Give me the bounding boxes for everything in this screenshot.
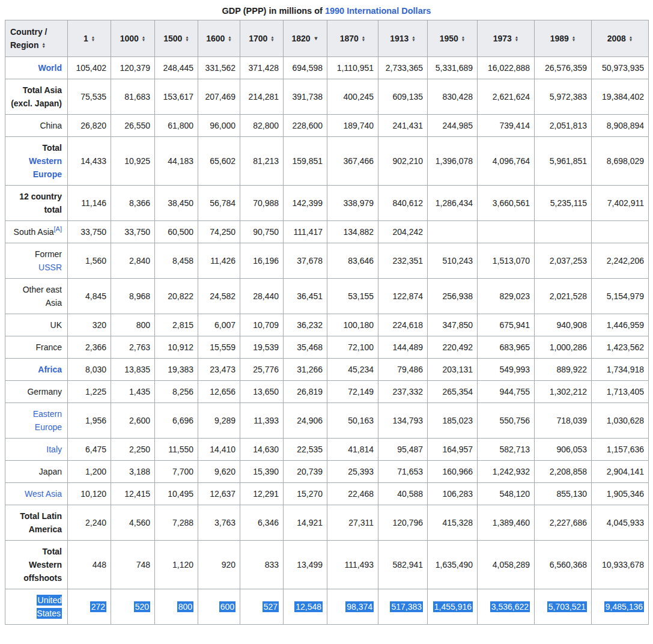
row-label-text: China [40,121,62,130]
cell-value: 609,135 [392,92,423,102]
cell-value: 19,383 [168,365,193,374]
table-row-china: China26,82026,55061,80096,00082,800228,6… [5,115,649,137]
cell-value: 2,240 [85,518,106,527]
column-label: 2008 [607,34,626,43]
column-label: 1913 [390,34,409,43]
cell-total-western-europe-1950: 1,396,078 [428,137,478,186]
row-link-world[interactable]: World [38,63,62,73]
cell-former-ussr-1820: 37,678 [284,243,327,279]
column-header-1973[interactable]: 1973▲▼ [478,20,535,57]
column-header-1870[interactable]: 1870▲▼ [327,20,378,57]
column-header-1500[interactable]: 1500▲▼ [155,20,198,57]
cell-france-1913: 144,489 [378,336,428,359]
cell-value: 1,956 [85,416,106,425]
row-label-text: 12 country total [19,192,62,214]
cell-value: 224,618 [392,320,423,330]
cell-total-western-europe-1: 14,433 [68,137,111,186]
cell-twelve-country-total-1: 11,146 [68,186,111,221]
sort-both-icon: ▲▼ [629,35,633,42]
row-link-italy[interactable]: Italy [46,445,62,454]
cell-value: 56,784 [210,198,235,208]
column-header-2008[interactable]: 2008▲▼ [592,20,649,57]
cell-value: 10,912 [168,342,193,352]
cell-value: 142,399 [292,198,323,208]
cell-china-1950: 244,985 [428,115,478,137]
cell-united-states-1700: 527 [240,589,284,625]
cell-eastern-europe-1973: 550,756 [478,403,535,439]
cell-value: 204,242 [392,227,423,237]
cell-value: 2,250 [129,445,150,454]
column-header-1913[interactable]: 1913▲▼ [378,20,428,57]
column-header-country-region[interactable]: Country / Region▲▼ [5,20,68,57]
cell-value: 15,390 [253,467,279,476]
cell-value: 220,492 [442,342,473,352]
cell-africa-1973: 549,993 [478,359,535,381]
cell-value: 748 [136,560,150,570]
sort-both-icon: ▲▼ [270,35,274,42]
cell-value: 27,311 [348,518,374,527]
cell-value: 14,433 [80,156,106,166]
cell-twelve-country-total-2008: 7,402,911 [592,186,649,221]
cell-value: 111,493 [344,560,374,570]
cell-total-asia-1600: 207,469 [198,79,240,115]
row-link-eastern-europe[interactable]: Eastern Europe [33,409,62,432]
table-row-twelve-country-total: 12 country total11,1468,36638,45056,7847… [5,186,649,221]
column-header-1950[interactable]: 1950▲▼ [428,20,478,57]
table-row-africa: Africa8,03013,83519,38323,47325,77631,26… [5,359,649,381]
sort-both-icon: ▲▼ [572,35,576,42]
cell-value: 1,225 [85,387,106,396]
row-link-total-western-europe[interactable]: Western Europe [29,156,62,179]
cell-value: 4,058,289 [493,560,530,570]
cell-value: 2,021,528 [550,291,587,301]
cell-total-western-offshoots-1: 448 [68,541,111,589]
cell-united-states-1973: 3,536,622 [478,589,535,625]
table-row-former-ussr: Former USSR1,5602,8408,45811,42616,19637… [5,243,649,279]
cell-total-asia-2008: 19,384,402 [592,79,649,115]
cell-italy-1000: 2,250 [111,439,155,461]
cell-uk-1950: 347,850 [428,314,478,336]
table-body: World105,402120,379248,445331,562371,428… [5,57,649,625]
column-header-1820[interactable]: 1820▼ [284,20,327,57]
column-header-1600[interactable]: 1600▲▼ [198,20,240,57]
cell-value: 320 [93,320,106,330]
cell-value: 12,656 [210,387,235,396]
cell-value: 549,993 [499,365,530,374]
row-header-france: France [5,336,68,359]
cell-united-states-1820: 12,548 [284,589,327,625]
cell-value: 37,678 [297,256,323,266]
column-header-1989[interactable]: 1989▲▼ [535,20,592,57]
cell-uk-1600: 6,007 [198,314,240,336]
cell-value: 82,800 [253,121,279,130]
cell-value: 3,763 [214,518,235,527]
column-header-1[interactable]: 1▲▼ [68,20,111,57]
table-caption: GDP (PPP) in millions of 1990 Internatio… [5,5,648,20]
cell-china-1913: 241,431 [378,115,428,137]
cell-value: 111,417 [293,227,323,237]
cell-africa-1500: 19,383 [155,359,198,381]
cell-value: 2,763 [129,342,150,352]
cell-twelve-country-total-1870: 338,979 [327,186,378,221]
cell-value: 40,588 [397,489,423,499]
cell-value: 675,941 [499,320,530,330]
row-link-former-ussr[interactable]: USSR [38,263,62,272]
caption-link-1990-international-dollars[interactable]: 1990 International Dollars [325,6,431,16]
cell-value: 8,908,894 [607,121,644,130]
cell-value: 1,396,078 [436,156,473,166]
row-header-twelve-country-total: 12 country total [5,186,68,221]
row-label-text: South Asia [14,227,54,237]
cell-france-1700: 19,539 [240,336,284,359]
row-link-south-asia[interactable]: [A] [54,225,62,232]
cell-value: 11,550 [168,445,193,454]
column-header-1000[interactable]: 1000▲▼ [111,20,155,57]
column-header-1700[interactable]: 1700▲▼ [240,20,284,57]
cell-value: 75,535 [80,92,106,102]
row-label-text: Former [35,249,62,259]
cell-twelve-country-total-1820: 142,399 [284,186,327,221]
row-header-uk: UK [5,314,68,336]
cell-value: 391,738 [292,92,323,102]
row-link-united-states[interactable]: United States [37,595,62,619]
row-link-west-asia[interactable]: West Asia [25,489,62,499]
row-link-africa[interactable]: Africa [38,365,62,374]
cell-value: 60,500 [168,227,193,237]
cell-value: 833 [265,560,279,570]
